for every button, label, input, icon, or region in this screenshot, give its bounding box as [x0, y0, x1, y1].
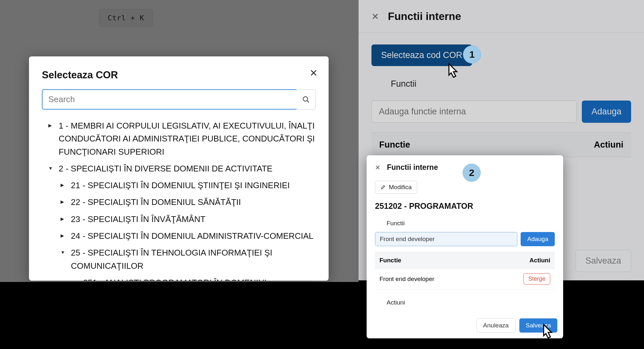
tree-node-label: 2 - SPECIALIŞTI ÎN DIVERSE DOMENII DE AC…: [59, 162, 316, 175]
function-name-cell: Front end developer: [380, 276, 434, 283]
tree-node-23[interactable]: 23 - SPECIALIŞTI ÎN ÎNVĂŢĂMÂNT: [42, 211, 316, 228]
tree-node-label: 25 - SPECIALIŞTI ÎN TEHNOLOGIA INFORMAŢI…: [71, 246, 316, 272]
functii-interne-modal: ✕ Functii interne Modifica 251202 - PROG…: [367, 155, 563, 338]
tree-node-label: 22 - SPECIALIŞTI ÎN DOMENIUL SĂNĂTĂŢII: [71, 196, 316, 208]
keyboard-shortcut-hint: Ctrl + K: [99, 9, 153, 27]
chevron-right-icon[interactable]: [61, 199, 68, 206]
modal-title: Functii interne: [387, 163, 438, 172]
cor-code-heading: 251202 - PROGRAMATOR: [375, 201, 555, 211]
chevron-right-icon[interactable]: [61, 232, 68, 239]
add-function-button[interactable]: Adauga: [521, 232, 555, 246]
modifica-label: Modifica: [389, 184, 412, 191]
col-header-functie: Functie: [379, 140, 410, 150]
functions-table-header: Functie Actiuni: [375, 252, 555, 269]
delete-button[interactable]: Sterge: [524, 273, 550, 285]
chevron-right-icon[interactable]: [61, 216, 68, 223]
search-button[interactable]: [296, 89, 316, 110]
edit-icon: [380, 185, 386, 190]
functii-subheading: Functii: [391, 79, 631, 89]
annotation-badge-2: 2: [463, 164, 481, 182]
col-header-actiuni: Actiuni: [594, 140, 624, 150]
table-row: Front end developer Sterge: [375, 269, 555, 289]
modifica-button[interactable]: Modifica: [375, 181, 417, 194]
tree-node-label: 1 - MEMBRI AI CORPULUI LEGISLATIV, AI EX…: [59, 119, 316, 158]
add-function-input[interactable]: [371, 101, 577, 123]
actions-subheading: Actiuni: [387, 299, 555, 306]
tree-node-24[interactable]: 24 - SPECIALIŞTI ÎN DOMENIUL ADMINISTRAT…: [42, 228, 316, 244]
save-button-disabled[interactable]: Salveaza: [575, 250, 631, 272]
tree-node-2[interactable]: 2 - SPECIALIŞTI ÎN DIVERSE DOMENII DE AC…: [42, 160, 316, 177]
panel-title: Functii interne: [388, 10, 461, 23]
svg-line-1: [307, 101, 309, 102]
col-header-functie: Functie: [380, 257, 401, 264]
chevron-down-icon[interactable]: [73, 279, 80, 281]
col-header-actiuni: Actiuni: [530, 257, 550, 264]
functions-table-header: Functie Actiuni: [371, 132, 631, 157]
select-cor-modal: Selecteaza COR ✕ 1 - MEMBRI AI CORPULUI …: [29, 56, 329, 281]
function-name-input[interactable]: [375, 232, 517, 246]
tree-node-251[interactable]: 251 - ANALIŞTI PROGRAMATORI ÎN DOMENIUL …: [42, 274, 316, 281]
modal-title: Selecteaza COR: [42, 69, 316, 81]
tree-node-25[interactable]: 25 - SPECIALIŞTI ÎN TEHNOLOGIA INFORMAŢI…: [42, 244, 316, 274]
close-icon[interactable]: ✕: [371, 11, 379, 22]
annotation-badge-1: 1: [463, 45, 481, 63]
tree-node-22[interactable]: 22 - SPECIALIŞTI ÎN DOMENIUL SĂNĂTĂŢII: [42, 194, 316, 210]
close-icon[interactable]: ✕: [375, 164, 380, 171]
svg-point-0: [303, 97, 308, 101]
search-input[interactable]: [42, 89, 297, 110]
tree-node-label: 24 - SPECIALIŞTI ÎN DOMENIUL ADMINISTRAT…: [71, 229, 316, 242]
chevron-right-icon[interactable]: [61, 182, 68, 189]
add-function-button[interactable]: Adauga: [582, 101, 631, 123]
tree-node-label: 23 - SPECIALIŞTI ÎN ÎNVĂŢĂMÂNT: [71, 213, 316, 226]
search-icon: [302, 96, 310, 103]
chevron-down-icon[interactable]: [48, 165, 55, 172]
select-cor-button[interactable]: Selecteaza cod COR: [371, 44, 472, 66]
tree-node-label: 251 - ANALIŞTI PROGRAMATORI ÎN DOMENIUL …: [83, 276, 316, 281]
chevron-down-icon[interactable]: [61, 249, 68, 256]
tree-node-1[interactable]: 1 - MEMBRI AI CORPULUI LEGISLATIV, AI EX…: [42, 117, 316, 160]
close-icon[interactable]: ✕: [310, 67, 318, 79]
save-button[interactable]: Salveaza: [519, 318, 557, 333]
tree-node-label: 21 - SPECIALIŞTI ÎN DOMENIUL ŞTIINŢEI ŞI…: [71, 179, 316, 192]
chevron-right-icon[interactable]: [48, 122, 55, 129]
cancel-button[interactable]: Anuleaza: [476, 318, 515, 333]
tree-node-21[interactable]: 21 - SPECIALIŞTI ÎN DOMENIUL ŞTIINŢEI ŞI…: [42, 177, 316, 194]
functii-subheading: Functii: [387, 220, 555, 227]
